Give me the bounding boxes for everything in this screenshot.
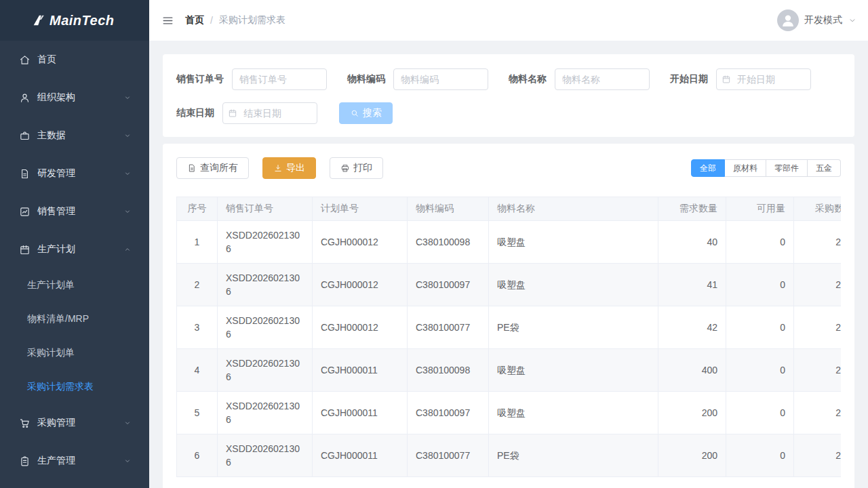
table-cell: 200 (658, 434, 726, 477)
table-cell: 2 (177, 264, 218, 306)
chevron-down-icon (123, 207, 132, 216)
table-cell: 1 (177, 221, 218, 264)
sidebar-item-4[interactable]: 销售管理 (0, 192, 149, 230)
filter-field: 销售订单号 (176, 68, 327, 90)
user-menu[interactable]: 开发模式 (777, 9, 857, 31)
filter-input-wrap (393, 68, 488, 90)
filter-input[interactable] (232, 68, 327, 90)
sidebar-item-label: 组织架构 (37, 92, 123, 104)
chevron-down-icon (123, 169, 132, 178)
table-cell: 0 (726, 264, 794, 306)
table-cell: C380100098 (408, 349, 489, 392)
toolbar-button[interactable]: 导出 (262, 157, 316, 179)
table-panel: 查询所有导出打印 全部原材料零部件五金 序号销售订单号计划单号物料编码物料名称需… (163, 144, 854, 488)
filter-field-label: 结束日期 (176, 107, 214, 119)
data-table: 序号销售订单号计划单号物料编码物料名称需求数量可用量采购数量 1XSDD2026… (176, 197, 841, 477)
breadcrumb-current: 采购计划需求表 (219, 14, 285, 26)
sidebar-item-5[interactable]: 生产计划 (0, 230, 149, 268)
table-cell: 2 (794, 264, 842, 306)
home-icon (19, 54, 31, 66)
data-table-container: 序号销售订单号计划单号物料编码物料名称需求数量可用量采购数量 1XSDD2026… (176, 197, 841, 477)
sidebar-subitem[interactable]: 采购计划单 (0, 336, 149, 370)
document-icon (187, 163, 197, 173)
topbar: 首页 / 采购计划需求表 开发模式 (149, 0, 868, 41)
toolbar-button[interactable]: 查询所有 (176, 157, 249, 179)
filter-field-label: 物料编码 (347, 73, 385, 85)
user-mode-label: 开发模式 (804, 14, 842, 26)
column-header: 销售订单号 (218, 197, 313, 221)
document-icon (19, 168, 31, 180)
table-row: 6XSDD2026021306CGJH000011C380100077PE袋20… (177, 434, 842, 477)
table-cell: 0 (726, 392, 794, 434)
column-header: 物料名称 (489, 197, 658, 221)
table-cell: XSDD2026021306 (218, 264, 313, 306)
table-cell: 0 (726, 434, 794, 477)
table-cell: PE袋 (489, 306, 658, 349)
table-cell: 吸塑盘 (489, 221, 658, 264)
main-content: 销售订单号物料编码物料名称开始日期结束日期 搜索 查询所有导出打印 全部原材料零… (149, 41, 868, 488)
sidebar: MainTech 首页组织架构主数据研发管理销售管理生产计划生产计划单物料清单/… (0, 0, 149, 488)
table-cell: 6 (177, 434, 218, 477)
sidebar-item-label: 采购管理 (37, 417, 123, 429)
column-header: 物料编码 (408, 197, 489, 221)
app-root: MainTech 首页组织架构主数据研发管理销售管理生产计划生产计划单物料清单/… (0, 0, 868, 488)
briefcase-icon (19, 130, 31, 142)
table-cell: XSDD2026021306 (218, 306, 313, 349)
category-tab[interactable]: 零部件 (766, 159, 808, 177)
avatar (777, 9, 799, 31)
table-cell: 吸塑盘 (489, 392, 658, 434)
sidebar-subitem[interactable]: 生产计划单 (0, 268, 149, 302)
table-cell: C380100097 (408, 392, 489, 434)
sidebar-item-6[interactable]: 采购管理 (0, 404, 149, 442)
filter-field: 物料编码 (347, 68, 488, 90)
table-cell: XSDD2026021306 (218, 392, 313, 434)
hamburger-menu-icon[interactable] (161, 14, 174, 27)
column-header: 计划单号 (313, 197, 408, 221)
toolbar-button-label: 导出 (286, 162, 305, 174)
date-input[interactable] (222, 102, 317, 124)
breadcrumb-home[interactable]: 首页 (185, 14, 204, 26)
sidebar-item-0[interactable]: 首页 (0, 41, 149, 79)
filter-input-wrap (232, 68, 327, 90)
table-cell: CGJH000012 (313, 264, 408, 306)
category-tabs: 全部原材料零部件五金 (691, 159, 841, 177)
toolbar-button-label: 打印 (353, 162, 372, 174)
filter-field: 结束日期 (176, 102, 317, 124)
table-cell: 0 (726, 349, 794, 392)
category-tab[interactable]: 原材料 (725, 159, 766, 177)
toolbar-button[interactable]: 打印 (330, 157, 383, 179)
table-cell: 3 (177, 306, 218, 349)
filter-field-label: 销售订单号 (176, 73, 224, 85)
sidebar-item-1[interactable]: 组织架构 (0, 79, 149, 117)
search-button-label: 搜索 (363, 107, 382, 119)
date-input[interactable] (716, 68, 811, 90)
chevron-down-icon (123, 94, 132, 102)
sidebar-item-label: 首页 (37, 54, 138, 66)
clipboard-icon (19, 455, 31, 467)
table-cell: 400 (658, 349, 726, 392)
filter-input[interactable] (393, 68, 488, 90)
table-cell: 4 (177, 349, 218, 392)
table-cell: CGJH000011 (313, 392, 408, 434)
sidebar-item-2[interactable]: 主数据 (0, 117, 149, 155)
category-tab[interactable]: 五金 (808, 159, 841, 177)
category-tab[interactable]: 全部 (691, 159, 725, 177)
search-button[interactable]: 搜索 (339, 102, 393, 124)
table-cell: 40 (658, 221, 726, 264)
sidebar-item-3[interactable]: 研发管理 (0, 155, 149, 192)
sidebar-item-7[interactable]: 生产管理 (0, 442, 149, 480)
column-header: 可用量 (726, 197, 794, 221)
sidebar-item-label: 研发管理 (37, 167, 123, 180)
filter-input-wrap (716, 68, 811, 90)
sidebar-subitem[interactable]: 物料清单/MRP (0, 302, 149, 336)
toolbar-button-label: 查询所有 (200, 162, 238, 174)
sidebar-subitem[interactable]: 采购计划需求表 (0, 370, 149, 404)
table-toolbar: 查询所有导出打印 全部原材料零部件五金 (176, 157, 841, 179)
breadcrumb-separator: / (210, 15, 213, 26)
filter-input[interactable] (555, 68, 650, 90)
table-cell: C380100097 (408, 264, 489, 306)
column-header: 需求数量 (658, 197, 726, 221)
brand-logo: MainTech (0, 0, 149, 41)
table-row: 2XSDD2026021306CGJH000012C380100097吸塑盘41… (177, 264, 842, 306)
user-icon (19, 92, 31, 104)
